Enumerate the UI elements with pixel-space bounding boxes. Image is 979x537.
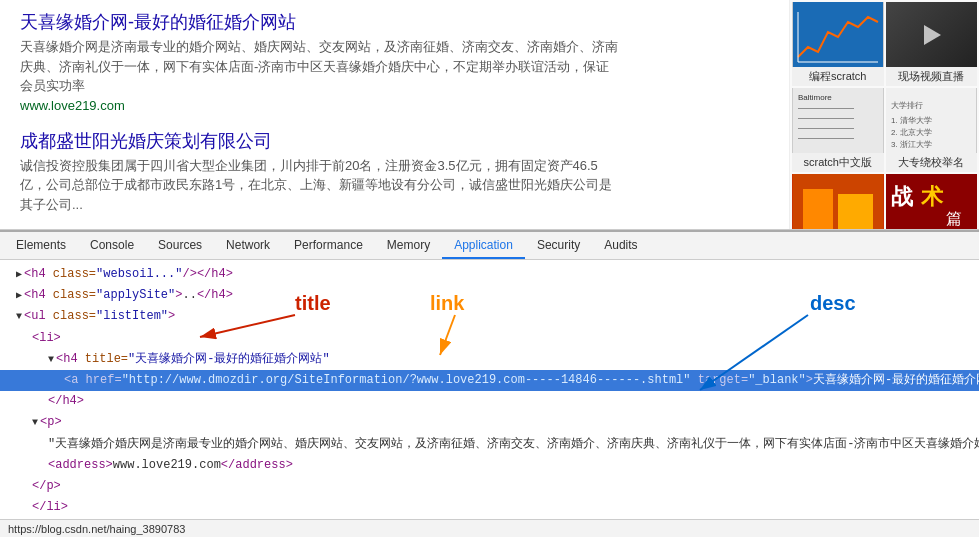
- scratch-cn-icon: Baltimore ——————— ——————— ——————— ——————…: [793, 88, 883, 153]
- elements-panel[interactable]: ▶<h4 class="websoil..."/></h4> ▶<h4 clas…: [0, 260, 979, 537]
- tab-security[interactable]: Security: [525, 232, 592, 259]
- thumb-orange[interactable]: [792, 174, 884, 230]
- status-bar: https://blog.csdn.net/haing_3890783: [0, 519, 979, 537]
- thumb-scratch-img: [792, 2, 884, 67]
- result-item-1: 天喜缘婚介网-最好的婚征婚介网站 天喜缘婚介网是济南最专业的婚介网站、婚庆网站、…: [20, 10, 769, 113]
- svg-rect-17: [838, 194, 873, 229]
- thumb-orange-img: [792, 174, 884, 230]
- dom-line-p-close[interactable]: </p>: [0, 476, 979, 497]
- svg-text:———————: ———————: [798, 103, 854, 112]
- tab-application[interactable]: Application: [442, 232, 525, 259]
- result-url-1: www.love219.com: [20, 98, 769, 113]
- thumb-school-label: 大专绕校举名: [886, 153, 978, 172]
- dom-line-address[interactable]: <address>www.love219.com</address>: [0, 455, 979, 476]
- dom-line-h4-close[interactable]: </h4>: [0, 391, 979, 412]
- svg-text:———————: ———————: [798, 113, 854, 122]
- svg-rect-0: [793, 2, 883, 67]
- devtools-tabs: Elements Console Sources Network Perform…: [0, 232, 979, 260]
- triangle-icon: ▼: [16, 309, 22, 325]
- result-title-1[interactable]: 天喜缘婚介网-最好的婚征婚介网站: [20, 12, 296, 32]
- thumb-scratch-cn[interactable]: Baltimore ——————— ——————— ——————— ——————…: [792, 88, 884, 172]
- devtools-body: ▶<h4 class="websoil..."/></h4> ▶<h4 clas…: [0, 260, 979, 537]
- tab-console[interactable]: Console: [78, 232, 146, 259]
- svg-text:———————: ———————: [798, 133, 854, 142]
- dom-line-desc-text: "天喜缘婚介婚庆网是济南最专业的婚介网站、婚庆网站、交友网站，及济南征婚、济南交…: [0, 434, 979, 455]
- scratch-chart-icon: [793, 2, 883, 67]
- result-title-2[interactable]: 成都盛世阳光婚庆策划有限公司: [20, 131, 272, 151]
- dom-line-h4-title[interactable]: ▼<h4 title="天喜缘婚介网-最好的婚征婚介网站": [0, 349, 979, 370]
- svg-text:3. 浙江大学: 3. 浙江大学: [891, 140, 932, 149]
- svg-rect-16: [803, 189, 833, 229]
- right-sidebar: 编程scratch 现场视频直播 Baltimore ——————— —————…: [789, 0, 979, 229]
- thumb-video[interactable]: 现场视频直播: [886, 2, 978, 86]
- svg-text:战: 战: [891, 184, 914, 209]
- dom-line-h4-applysite[interactable]: ▶<h4 class="applySite">..</h4>: [0, 285, 979, 306]
- tab-elements[interactable]: Elements: [4, 232, 78, 259]
- thumb-scratch[interactable]: 编程scratch: [792, 2, 884, 86]
- school-icon: 大学排行 1. 清华大学 2. 北京大学 3. 浙江大学: [886, 88, 976, 153]
- tab-performance[interactable]: Performance: [282, 232, 375, 259]
- tab-memory[interactable]: Memory: [375, 232, 442, 259]
- svg-text:———————: ———————: [798, 123, 854, 132]
- svg-text:2. 北京大学: 2. 北京大学: [891, 128, 932, 137]
- svg-marker-3: [924, 25, 941, 45]
- triangle-icon: ▼: [32, 415, 38, 431]
- tab-audits[interactable]: Audits: [592, 232, 649, 259]
- browser-content: 天喜缘婚介网-最好的婚征婚介网站 天喜缘婚介网是济南最专业的婚介网站、婚庆网站、…: [0, 0, 979, 230]
- thumb-video-label: 现场视频直播: [886, 67, 978, 86]
- thumb-warbook-img: 战 术 篇: [886, 174, 978, 230]
- dom-line-li-close[interactable]: </li>: [0, 497, 979, 518]
- dom-line-li-1[interactable]: <li>: [0, 328, 979, 349]
- thumb-scratch-cn-img: Baltimore ——————— ——————— ——————— ——————…: [792, 88, 884, 153]
- result-desc-2: 诚信投资控股集团属于四川省大型企业集团，川内排于前20名，注册资金3.5亿元，拥…: [20, 156, 620, 215]
- devtools-panel: Elements Console Sources Network Perform…: [0, 230, 979, 537]
- thumb-school-img: 大学排行 1. 清华大学 2. 北京大学 3. 浙江大学: [886, 88, 978, 153]
- tab-sources[interactable]: Sources: [146, 232, 214, 259]
- dom-line-ul-listitem[interactable]: ▼<ul class="listItem">: [0, 306, 979, 327]
- thumb-warbook[interactable]: 战 术 篇: [886, 174, 978, 230]
- thumb-scratch-cn-label: scratch中文版: [792, 153, 884, 172]
- result-desc-1: 天喜缘婚介网是济南最专业的婚介网站、婚庆网站、交友网站，及济南征婚、济南交友、济…: [20, 37, 620, 96]
- result-item-2: 成都盛世阳光婚庆策划有限公司 诚信投资控股集团属于四川省大型企业集团，川内排于前…: [20, 129, 769, 215]
- dom-line-p-open[interactable]: ▼<p>: [0, 412, 979, 433]
- status-url: https://blog.csdn.net/haing_3890783: [8, 523, 185, 535]
- thumb-school[interactable]: 大学排行 1. 清华大学 2. 北京大学 3. 浙江大学 大专绕校举名: [886, 88, 978, 172]
- play-icon: [916, 20, 946, 50]
- svg-text:1. 清华大学: 1. 清华大学: [891, 116, 932, 125]
- svg-text:大学排行: 大学排行: [891, 101, 923, 110]
- main-results: 天喜缘婚介网-最好的婚征婚介网站 天喜缘婚介网是济南最专业的婚介网站、婚庆网站、…: [0, 0, 789, 229]
- thumb-scratch-label: 编程scratch: [792, 67, 884, 86]
- svg-text:篇: 篇: [946, 210, 962, 227]
- warbook-icon: 战 术 篇: [886, 174, 976, 230]
- triangle-icon: ▶: [16, 288, 22, 304]
- svg-text:术: 术: [920, 184, 944, 209]
- orange-img-icon: [793, 174, 883, 230]
- thumb-video-img: [886, 2, 978, 67]
- triangle-icon: ▶: [16, 267, 22, 283]
- svg-text:Baltimore: Baltimore: [798, 93, 832, 102]
- dom-line-anchor-selected[interactable]: <a href="http://www.dmozdir.org/SiteInfo…: [0, 370, 979, 391]
- dom-line-h4-websoil[interactable]: ▶<h4 class="websoil..."/></h4>: [0, 264, 979, 285]
- tab-network[interactable]: Network: [214, 232, 282, 259]
- triangle-icon: ▼: [48, 352, 54, 368]
- video-inner: [886, 2, 978, 67]
